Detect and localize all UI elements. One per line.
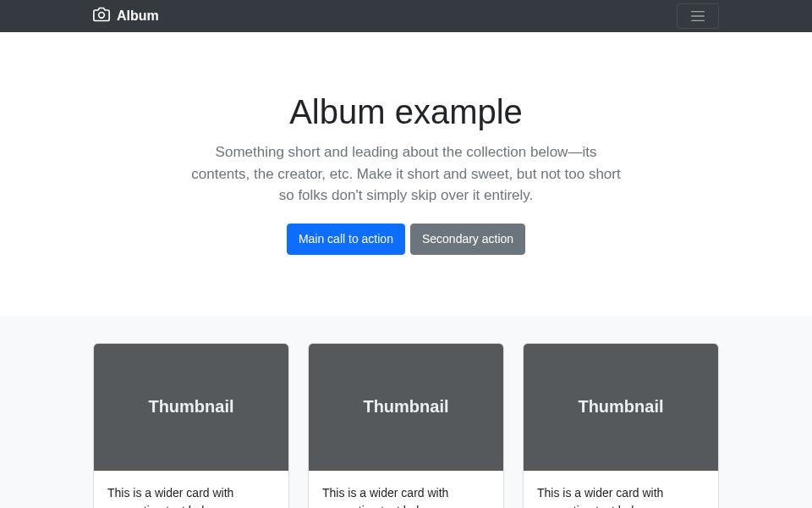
primary-cta-button[interactable]: Main call to action	[287, 224, 405, 255]
thumbnail-placeholder: Thumbnail	[94, 344, 288, 471]
thumbnail-placeholder: Thumbnail	[309, 344, 503, 471]
secondary-cta-button[interactable]: Secondary action	[410, 224, 525, 255]
navbar: Album	[0, 0, 812, 32]
navbar-toggler[interactable]	[677, 3, 719, 29]
camera-icon	[93, 6, 110, 26]
hamburger-icon	[688, 8, 708, 25]
svg-point-0	[99, 13, 105, 19]
album-section: Thumbnail This is a wider card with supp…	[0, 316, 812, 509]
card-body: This is a wider card with supporting tex…	[94, 471, 288, 509]
album-card: Thumbnail This is a wider card with supp…	[523, 343, 719, 509]
card-body: This is a wider card with supporting tex…	[524, 471, 718, 509]
card-body: This is a wider card with supporting tex…	[309, 471, 503, 509]
page-title: Album example	[0, 93, 812, 131]
brand-text: Album	[117, 8, 159, 24]
card-text: This is a wider card with supporting tex…	[537, 484, 705, 509]
hero-section: Album example Something short and leadin…	[0, 32, 812, 316]
card-grid: Thumbnail This is a wider card with supp…	[93, 343, 719, 509]
cta-row: Main call to action Secondary action	[0, 224, 812, 255]
card-text: This is a wider card with supporting tex…	[107, 484, 275, 509]
album-card: Thumbnail This is a wider card with supp…	[93, 343, 289, 509]
thumbnail-placeholder: Thumbnail	[524, 344, 718, 471]
page-lead: Something short and leading about the co…	[186, 141, 626, 207]
card-text: This is a wider card with supporting tex…	[322, 484, 490, 509]
brand-link[interactable]: Album	[93, 6, 159, 26]
album-card: Thumbnail This is a wider card with supp…	[308, 343, 504, 509]
